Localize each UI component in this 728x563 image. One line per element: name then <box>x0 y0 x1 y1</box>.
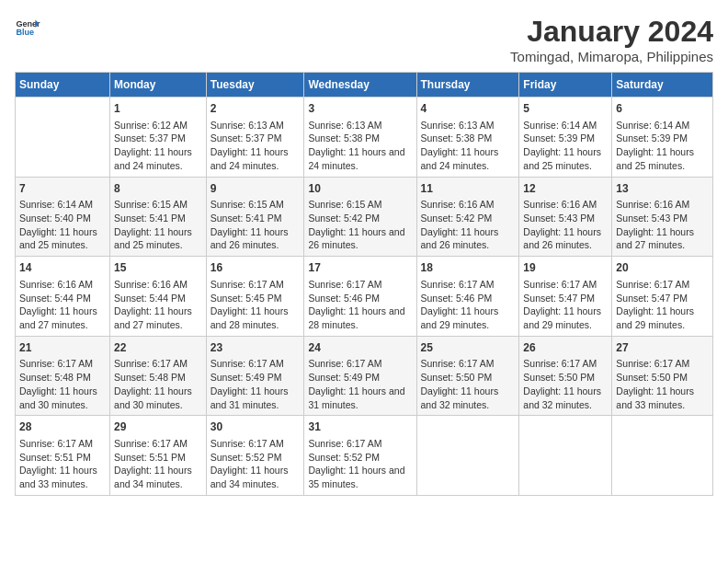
day-number: 19 <box>523 260 608 276</box>
cell-content: Sunrise: 6:16 AM Sunset: 5:42 PM Dayligh… <box>421 198 516 252</box>
cell-content: Sunrise: 6:14 AM Sunset: 5:39 PM Dayligh… <box>616 119 709 173</box>
day-number: 18 <box>421 260 516 276</box>
logo-icon: General Blue <box>15 15 40 40</box>
cell-content: Sunrise: 6:13 AM Sunset: 5:37 PM Dayligh… <box>210 119 301 173</box>
day-number: 25 <box>421 340 516 356</box>
cell-content: Sunrise: 6:12 AM Sunset: 5:37 PM Dayligh… <box>114 119 202 173</box>
cell-content: Sunrise: 6:17 AM Sunset: 5:50 PM Dayligh… <box>421 357 516 411</box>
calendar-row: 28Sunrise: 6:17 AM Sunset: 5:51 PM Dayli… <box>16 416 713 496</box>
header-cell-friday: Friday <box>519 73 612 98</box>
day-number: 30 <box>210 419 301 435</box>
calendar-table: SundayMondayTuesdayWednesdayThursdayFrid… <box>15 72 713 496</box>
calendar-cell: 14Sunrise: 6:16 AM Sunset: 5:44 PM Dayli… <box>16 257 110 337</box>
calendar-cell: 4Sunrise: 6:13 AM Sunset: 5:38 PM Daylig… <box>416 98 519 178</box>
day-number: 23 <box>210 340 301 356</box>
cell-content: Sunrise: 6:17 AM Sunset: 5:52 PM Dayligh… <box>210 437 301 491</box>
calendar-cell <box>519 416 612 496</box>
header-cell-wednesday: Wednesday <box>304 73 416 98</box>
calendar-row: 21Sunrise: 6:17 AM Sunset: 5:48 PM Dayli… <box>16 336 713 416</box>
cell-content: Sunrise: 6:17 AM Sunset: 5:46 PM Dayligh… <box>308 278 412 332</box>
calendar-cell: 25Sunrise: 6:17 AM Sunset: 5:50 PM Dayli… <box>416 336 519 416</box>
cell-content: Sunrise: 6:17 AM Sunset: 5:52 PM Dayligh… <box>308 437 412 491</box>
calendar-header: SundayMondayTuesdayWednesdayThursdayFrid… <box>16 73 713 98</box>
day-number: 3 <box>308 101 412 117</box>
calendar-cell: 24Sunrise: 6:17 AM Sunset: 5:49 PM Dayli… <box>304 336 416 416</box>
calendar-cell: 8Sunrise: 6:15 AM Sunset: 5:41 PM Daylig… <box>110 177 207 257</box>
calendar-cell: 13Sunrise: 6:16 AM Sunset: 5:43 PM Dayli… <box>612 177 713 257</box>
cell-content: Sunrise: 6:17 AM Sunset: 5:50 PM Dayligh… <box>523 357 608 411</box>
calendar-cell: 9Sunrise: 6:15 AM Sunset: 5:41 PM Daylig… <box>206 177 304 257</box>
calendar-cell: 15Sunrise: 6:16 AM Sunset: 5:44 PM Dayli… <box>110 257 207 337</box>
calendar-cell: 2Sunrise: 6:13 AM Sunset: 5:37 PM Daylig… <box>206 98 304 178</box>
cell-content: Sunrise: 6:16 AM Sunset: 5:43 PM Dayligh… <box>616 198 709 252</box>
day-number: 7 <box>19 181 106 197</box>
calendar-cell: 1Sunrise: 6:12 AM Sunset: 5:37 PM Daylig… <box>110 98 207 178</box>
cell-content: Sunrise: 6:16 AM Sunset: 5:44 PM Dayligh… <box>114 278 202 332</box>
header-cell-sunday: Sunday <box>16 73 110 98</box>
calendar-cell <box>612 416 713 496</box>
calendar-cell: 28Sunrise: 6:17 AM Sunset: 5:51 PM Dayli… <box>16 416 110 496</box>
header-row: SundayMondayTuesdayWednesdayThursdayFrid… <box>16 73 713 98</box>
calendar-cell: 18Sunrise: 6:17 AM Sunset: 5:46 PM Dayli… <box>416 257 519 337</box>
calendar-cell: 5Sunrise: 6:14 AM Sunset: 5:39 PM Daylig… <box>519 98 612 178</box>
cell-content: Sunrise: 6:17 AM Sunset: 5:45 PM Dayligh… <box>210 278 301 332</box>
calendar-cell: 6Sunrise: 6:14 AM Sunset: 5:39 PM Daylig… <box>612 98 713 178</box>
cell-content: Sunrise: 6:15 AM Sunset: 5:42 PM Dayligh… <box>308 198 412 252</box>
header-cell-saturday: Saturday <box>612 73 713 98</box>
calendar-cell: 30Sunrise: 6:17 AM Sunset: 5:52 PM Dayli… <box>206 416 304 496</box>
cell-content: Sunrise: 6:17 AM Sunset: 5:47 PM Dayligh… <box>616 278 709 332</box>
calendar-cell: 20Sunrise: 6:17 AM Sunset: 5:47 PM Dayli… <box>612 257 713 337</box>
svg-text:Blue: Blue <box>16 28 34 37</box>
cell-content: Sunrise: 6:16 AM Sunset: 5:43 PM Dayligh… <box>523 198 608 252</box>
day-number: 26 <box>523 340 608 356</box>
cell-content: Sunrise: 6:17 AM Sunset: 5:51 PM Dayligh… <box>114 437 202 491</box>
cell-content: Sunrise: 6:17 AM Sunset: 5:51 PM Dayligh… <box>19 437 106 491</box>
calendar-cell: 31Sunrise: 6:17 AM Sunset: 5:52 PM Dayli… <box>304 416 416 496</box>
page-title: January 2024 <box>510 15 713 49</box>
cell-content: Sunrise: 6:14 AM Sunset: 5:39 PM Dayligh… <box>523 119 608 173</box>
calendar-cell: 12Sunrise: 6:16 AM Sunset: 5:43 PM Dayli… <box>519 177 612 257</box>
calendar-cell: 7Sunrise: 6:14 AM Sunset: 5:40 PM Daylig… <box>16 177 110 257</box>
cell-content: Sunrise: 6:13 AM Sunset: 5:38 PM Dayligh… <box>421 119 516 173</box>
day-number: 21 <box>19 340 106 356</box>
day-number: 2 <box>210 101 301 117</box>
day-number: 9 <box>210 181 301 197</box>
day-number: 29 <box>114 419 202 435</box>
day-number: 12 <box>523 181 608 197</box>
cell-content: Sunrise: 6:14 AM Sunset: 5:40 PM Dayligh… <box>19 198 106 252</box>
calendar-cell: 27Sunrise: 6:17 AM Sunset: 5:50 PM Dayli… <box>612 336 713 416</box>
cell-content: Sunrise: 6:15 AM Sunset: 5:41 PM Dayligh… <box>210 198 301 252</box>
cell-content: Sunrise: 6:17 AM Sunset: 5:47 PM Dayligh… <box>523 278 608 332</box>
calendar-cell: 19Sunrise: 6:17 AM Sunset: 5:47 PM Dayli… <box>519 257 612 337</box>
day-number: 11 <box>421 181 516 197</box>
day-number: 1 <box>114 101 202 117</box>
calendar-cell: 26Sunrise: 6:17 AM Sunset: 5:50 PM Dayli… <box>519 336 612 416</box>
day-number: 27 <box>616 340 709 356</box>
day-number: 13 <box>616 181 709 197</box>
calendar-cell: 23Sunrise: 6:17 AM Sunset: 5:49 PM Dayli… <box>206 336 304 416</box>
header-cell-tuesday: Tuesday <box>206 73 304 98</box>
day-number: 24 <box>308 340 412 356</box>
page-subtitle: Tomingad, Mimaropa, Philippines <box>510 49 713 64</box>
day-number: 6 <box>616 101 709 117</box>
calendar-cell: 21Sunrise: 6:17 AM Sunset: 5:48 PM Dayli… <box>16 336 110 416</box>
day-number: 20 <box>616 260 709 276</box>
title-area: January 2024 Tomingad, Mimaropa, Philipp… <box>510 15 713 64</box>
calendar-cell: 22Sunrise: 6:17 AM Sunset: 5:48 PM Dayli… <box>110 336 207 416</box>
day-number: 17 <box>308 260 412 276</box>
day-number: 22 <box>114 340 202 356</box>
calendar-cell: 16Sunrise: 6:17 AM Sunset: 5:45 PM Dayli… <box>206 257 304 337</box>
calendar-cell: 10Sunrise: 6:15 AM Sunset: 5:42 PM Dayli… <box>304 177 416 257</box>
calendar-cell <box>16 98 110 178</box>
calendar-cell: 11Sunrise: 6:16 AM Sunset: 5:42 PM Dayli… <box>416 177 519 257</box>
calendar-cell: 29Sunrise: 6:17 AM Sunset: 5:51 PM Dayli… <box>110 416 207 496</box>
day-number: 28 <box>19 419 106 435</box>
cell-content: Sunrise: 6:17 AM Sunset: 5:48 PM Dayligh… <box>114 357 202 411</box>
day-number: 5 <box>523 101 608 117</box>
calendar-row: 7Sunrise: 6:14 AM Sunset: 5:40 PM Daylig… <box>16 177 713 257</box>
calendar-cell <box>416 416 519 496</box>
header-cell-thursday: Thursday <box>416 73 519 98</box>
logo: General Blue <box>15 15 40 40</box>
cell-content: Sunrise: 6:16 AM Sunset: 5:44 PM Dayligh… <box>19 278 106 332</box>
cell-content: Sunrise: 6:17 AM Sunset: 5:48 PM Dayligh… <box>19 357 106 411</box>
